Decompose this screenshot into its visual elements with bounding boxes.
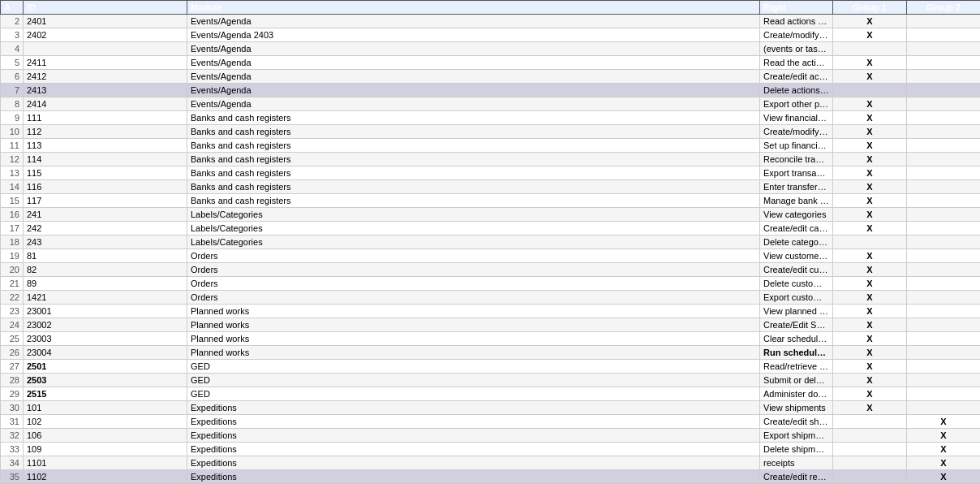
row-group1: X	[833, 305, 907, 318]
row-module: GED	[187, 360, 760, 374]
row-group2	[907, 111, 981, 125]
row-id: 101	[24, 401, 187, 415]
row-number: 6	[1, 70, 24, 84]
table-row: 14116Banks and cash registersEnter trans…	[1, 180, 981, 194]
row-right: Enter transfers between accounts	[760, 180, 833, 194]
row-id: 2413	[24, 84, 187, 97]
table-row: 52411Events/AgendaRead the actions (even…	[1, 56, 981, 70]
row-id: 117	[24, 194, 187, 208]
row-right: Create/edit receipts	[760, 470, 833, 484]
row-module: Events/Agenda	[187, 97, 760, 111]
row-right: receipts	[760, 456, 833, 470]
table-row: 22401Events/AgendaRead actions (events o…	[1, 15, 981, 28]
row-group1: X	[833, 291, 907, 305]
row-right: View financial accounts (bank accounts, …	[760, 111, 833, 125]
row-group2	[907, 360, 981, 374]
row-number: 31	[1, 415, 24, 429]
row-group1	[833, 42, 907, 56]
row-group1: X	[833, 194, 907, 208]
row-id: 109	[24, 443, 187, 456]
row-id: 243	[24, 236, 187, 249]
row-module: Planned works	[187, 346, 760, 360]
row-group2	[907, 56, 981, 70]
row-id: 1101	[24, 456, 187, 470]
row-right: Run scheduled job	[760, 346, 833, 360]
row-right: View customer orders	[760, 249, 833, 263]
table-row: 1981OrdersView customer ordersX	[1, 249, 981, 263]
table-row: 18243Labels/CategoriesDelete categoriesX	[1, 236, 981, 249]
row-module: Orders	[187, 277, 760, 291]
row-module: Events/Agenda 2403	[187, 28, 760, 42]
row-group2	[907, 194, 981, 208]
row-number: 7	[1, 84, 24, 97]
row-group2	[907, 263, 981, 277]
table-row: 31102ExpeditionsCreate/edit shipmentsX	[1, 415, 981, 429]
row-group2	[907, 166, 981, 180]
table-row: 33109ExpeditionsDelete shipments ReadX	[1, 443, 981, 456]
row-module: Labels/Categories	[187, 222, 760, 236]
row-group1: X	[833, 15, 907, 28]
row-module: Events/Agenda	[187, 56, 760, 70]
row-module: Banks and cash registers	[187, 111, 760, 125]
table-row: 282503GEDSubmit or delete documentsX	[1, 374, 981, 387]
row-group1: X	[833, 111, 907, 125]
row-number: 2	[1, 15, 24, 28]
row-module: Events/Agenda	[187, 84, 760, 97]
row-id: 112	[24, 125, 187, 139]
row-group2	[907, 125, 981, 139]
row-module: Labels/Categories	[187, 208, 760, 222]
col-a-header: A	[1, 1, 24, 15]
row-group2	[907, 318, 981, 332]
row-group1: X	[833, 360, 907, 374]
row-number: 27	[1, 360, 24, 374]
row-right: Clear scheduled work	[760, 332, 833, 346]
row-group2	[907, 153, 981, 166]
row-group1: X	[833, 249, 907, 263]
col-group1-header: Group 1	[833, 1, 907, 15]
row-group1: X	[833, 166, 907, 180]
row-group1	[833, 236, 907, 249]
row-number: 29	[1, 387, 24, 401]
row-number: 13	[1, 166, 24, 180]
row-module: Expeditions	[187, 429, 760, 443]
row-group1: X	[833, 56, 907, 70]
table-row: 82414Events/AgendaExport other people's …	[1, 97, 981, 111]
row-number: 5	[1, 56, 24, 70]
row-right: Read the actions (events or tasks) of ot…	[760, 56, 833, 70]
row-right: Submit or delete documents	[760, 374, 833, 387]
row-group2	[907, 346, 981, 360]
row-group2	[907, 97, 981, 111]
row-right: Create/modify amount/delete bank entries	[760, 125, 833, 139]
row-number: 28	[1, 374, 24, 387]
row-group2	[907, 277, 981, 291]
row-group2	[907, 249, 981, 263]
row-number: 15	[1, 194, 24, 208]
row-id: 23001	[24, 305, 187, 318]
row-right: Administer document sections	[760, 387, 833, 401]
row-number: 23	[1, 305, 24, 318]
row-right: Read/retrieve documents	[760, 360, 833, 374]
row-group1: X	[833, 346, 907, 360]
row-right: Export transactions and statements	[760, 166, 833, 180]
row-module: Orders	[187, 291, 760, 305]
row-module: Events/Agenda	[187, 70, 760, 84]
row-id: 1421	[24, 291, 187, 305]
row-group2: X	[907, 470, 981, 484]
row-id: 2401	[24, 15, 187, 28]
table-header: A ID Module Right Group 1 Group 2 Group …	[1, 1, 981, 15]
row-module: Banks and cash registers	[187, 180, 760, 194]
row-group1: X	[833, 208, 907, 222]
row-right: Delete categories	[760, 236, 833, 249]
col-module-header: Module	[187, 1, 760, 15]
row-group1	[833, 415, 907, 429]
row-group1	[833, 470, 907, 484]
row-number: 8	[1, 97, 24, 111]
row-module: Expeditions	[187, 470, 760, 484]
row-group2	[907, 387, 981, 401]
row-id: 82	[24, 263, 187, 277]
row-number: 30	[1, 401, 24, 415]
table-row: 32106ExpeditionsExport shipmentsX	[1, 429, 981, 443]
row-right: Export customer orders and attributes	[760, 291, 833, 305]
row-right: Create/Edit Scheduled Jobs	[760, 318, 833, 332]
row-group1: X	[833, 263, 907, 277]
